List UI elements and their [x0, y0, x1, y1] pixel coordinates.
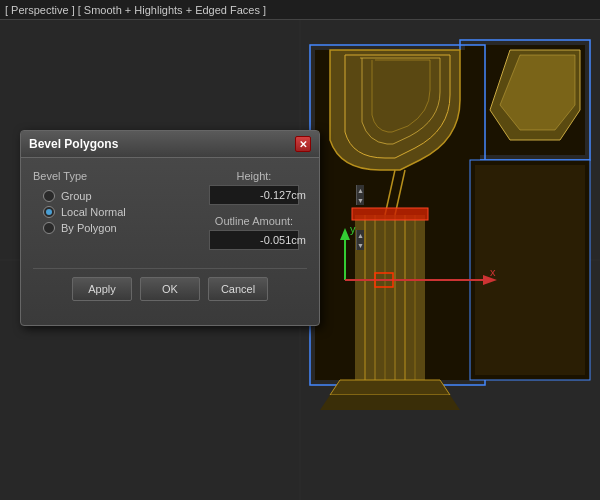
radio-group-label: Group	[61, 190, 92, 202]
height-up-arrow[interactable]: ▲	[357, 185, 364, 195]
radio-by-polygon[interactable]: By Polygon	[43, 222, 173, 234]
height-label: Height:	[209, 170, 299, 182]
close-button[interactable]: ✕	[295, 136, 311, 152]
viewport-topbar: [ Perspective ] [ Smooth + Highlights + …	[0, 0, 600, 20]
outline-down-arrow[interactable]: ▼	[357, 240, 364, 250]
bevel-type-label: Bevel Type	[33, 170, 173, 182]
svg-text:x: x	[490, 266, 496, 278]
radio-local-normal-label: Local Normal	[61, 206, 126, 218]
height-down-arrow[interactable]: ▼	[357, 195, 364, 205]
ok-button[interactable]: OK	[140, 277, 200, 301]
dialog-titlebar: Bevel Polygons ✕	[21, 131, 319, 158]
radio-by-polygon-label: By Polygon	[61, 222, 117, 234]
outline-spinner[interactable]: ▲ ▼	[209, 230, 299, 250]
svg-rect-18	[352, 208, 428, 220]
outline-label: Outline Amount:	[209, 215, 299, 227]
outline-input[interactable]	[210, 234, 356, 246]
button-row: Apply OK Cancel	[33, 268, 307, 313]
height-arrows: ▲ ▼	[356, 185, 364, 205]
outline-field-group: Outline Amount: ▲ ▼	[209, 215, 299, 250]
height-spinner[interactable]: ▲ ▼	[209, 185, 299, 205]
svg-marker-20	[330, 380, 450, 395]
radio-local-normal[interactable]: Local Normal	[43, 206, 173, 218]
bevel-polygons-dialog: Bevel Polygons ✕ Bevel Type Group Local …	[20, 130, 320, 326]
dialog-content: Bevel Type Group Local Normal By Polygon	[33, 170, 307, 260]
radio-group: Group Local Normal By Polygon	[43, 190, 173, 234]
dialog-body: Bevel Type Group Local Normal By Polygon	[21, 158, 319, 325]
dialog-title: Bevel Polygons	[29, 137, 118, 151]
radio-by-polygon-icon	[43, 222, 55, 234]
cancel-button[interactable]: Cancel	[208, 277, 268, 301]
radio-group-icon	[43, 190, 55, 202]
height-field-group: Height: ▲ ▼	[209, 170, 299, 205]
svg-marker-21	[320, 395, 460, 410]
outline-arrows: ▲ ▼	[356, 230, 364, 250]
height-input[interactable]	[210, 189, 356, 201]
viewport-label: [ Perspective ] [ Smooth + Highlights + …	[5, 4, 266, 16]
radio-local-normal-icon	[43, 206, 55, 218]
apply-button[interactable]: Apply	[72, 277, 132, 301]
outline-up-arrow[interactable]: ▲	[357, 230, 364, 240]
radio-group[interactable]: Group	[43, 190, 173, 202]
